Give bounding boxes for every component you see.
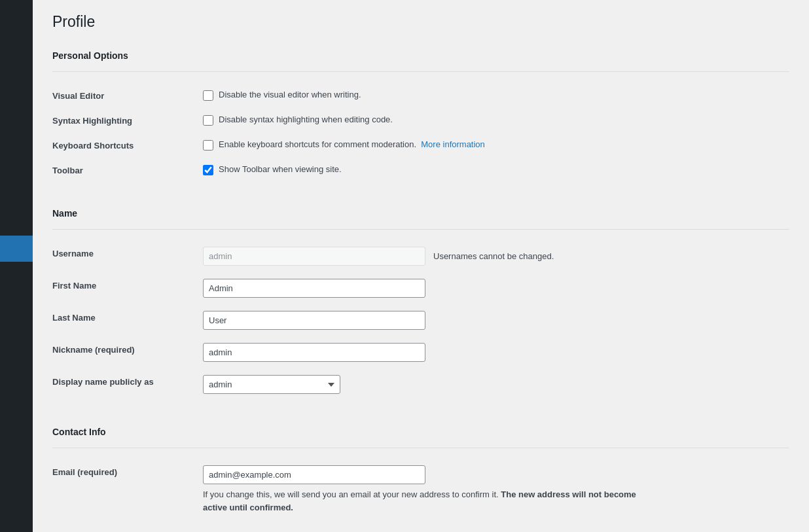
contact-info-table: Email (required) If you change this, we … bbox=[52, 459, 789, 520]
nickname-row: Nickname (required) bbox=[52, 336, 789, 368]
email-note: If you change this, we will send you an … bbox=[203, 488, 661, 514]
syntax-highlighting-checkbox-label[interactable]: Disable syntax highlighting when editing… bbox=[203, 115, 789, 126]
sidebar-accent bbox=[30, 236, 33, 262]
syntax-highlighting-field: Disable syntax highlighting when editing… bbox=[196, 107, 789, 132]
syntax-highlighting-checkbox-text: Disable syntax highlighting when editing… bbox=[219, 115, 393, 124]
personal-options-table: Visual Editor Disable the visual editor … bbox=[52, 82, 789, 182]
email-label: Email (required) bbox=[52, 459, 196, 520]
section-divider-1 bbox=[52, 71, 789, 72]
username-row: Username Usernames cannot be changed. bbox=[52, 240, 789, 272]
last-name-input[interactable] bbox=[203, 311, 425, 330]
app-layout: Profile Personal Options Visual Editor D… bbox=[0, 0, 809, 532]
toolbar-checkbox[interactable] bbox=[203, 165, 213, 175]
page-title: Profile bbox=[52, 13, 789, 31]
toolbar-checkbox-text: Show Toolbar when viewing site. bbox=[219, 164, 342, 174]
visual-editor-row: Visual Editor Disable the visual editor … bbox=[52, 82, 789, 107]
first-name-input[interactable] bbox=[203, 279, 425, 298]
display-name-label: Display name publicly as bbox=[52, 368, 196, 400]
toolbar-label: Toolbar bbox=[52, 157, 196, 182]
keyboard-shortcuts-checkbox-label[interactable]: Enable keyboard shortcuts for comment mo… bbox=[203, 139, 789, 151]
visual-editor-checkbox[interactable] bbox=[203, 90, 213, 101]
email-note-prefix: If you change this, we will send you an … bbox=[203, 489, 499, 499]
display-name-select[interactable]: admin Admin User Admin User bbox=[203, 375, 340, 394]
first-name-field bbox=[196, 272, 789, 304]
keyboard-shortcuts-label: Keyboard Shortcuts bbox=[52, 132, 196, 157]
username-note: Usernames cannot be changed. bbox=[433, 251, 554, 261]
display-name-row: Display name publicly as admin Admin Use… bbox=[52, 368, 789, 400]
username-input-row: Usernames cannot be changed. bbox=[203, 247, 789, 266]
first-name-label: First Name bbox=[52, 272, 196, 304]
sidebar-active-indicator bbox=[0, 236, 33, 262]
toolbar-field: Show Toolbar when viewing site. bbox=[196, 157, 789, 182]
syntax-highlighting-label: Syntax Highlighting bbox=[52, 107, 196, 132]
nickname-input[interactable] bbox=[203, 343, 425, 362]
email-row: Email (required) If you change this, we … bbox=[52, 459, 789, 520]
nickname-field bbox=[196, 336, 789, 368]
toolbar-row: Toolbar Show Toolbar when viewing site. bbox=[52, 157, 789, 182]
syntax-highlighting-row: Syntax Highlighting Disable syntax highl… bbox=[52, 107, 789, 132]
keyboard-shortcuts-checkbox-text: Enable keyboard shortcuts for comment mo… bbox=[219, 139, 485, 149]
last-name-row: Last Name bbox=[52, 304, 789, 336]
keyboard-shortcuts-more-info-link[interactable]: More information bbox=[421, 139, 485, 149]
username-field: Usernames cannot be changed. bbox=[196, 240, 789, 272]
username-input bbox=[203, 247, 425, 266]
name-heading: Name bbox=[52, 202, 789, 219]
email-field: If you change this, we will send you an … bbox=[196, 459, 789, 520]
syntax-highlighting-checkbox[interactable] bbox=[203, 115, 213, 126]
visual-editor-field: Disable the visual editor when writing. bbox=[196, 82, 789, 107]
visual-editor-checkbox-text: Disable the visual editor when writing. bbox=[219, 90, 361, 99]
keyboard-shortcuts-checkbox[interactable] bbox=[203, 140, 213, 151]
main-content: Profile Personal Options Visual Editor D… bbox=[33, 0, 809, 532]
personal-options-heading: Personal Options bbox=[52, 44, 789, 61]
toolbar-checkbox-label[interactable]: Show Toolbar when viewing site. bbox=[203, 164, 789, 175]
section-divider-2 bbox=[52, 229, 789, 230]
username-label: Username bbox=[52, 240, 196, 272]
last-name-field bbox=[196, 304, 789, 336]
keyboard-shortcuts-field: Enable keyboard shortcuts for comment mo… bbox=[196, 132, 789, 157]
name-table: Username Usernames cannot be changed. Fi… bbox=[52, 240, 789, 400]
keyboard-shortcuts-row: Keyboard Shortcuts Enable keyboard short… bbox=[52, 132, 789, 157]
sidebar bbox=[0, 0, 33, 532]
contact-info-heading: Contact Info bbox=[52, 420, 789, 437]
first-name-row: First Name bbox=[52, 272, 789, 304]
display-name-field: admin Admin User Admin User bbox=[196, 368, 789, 400]
visual-editor-checkbox-label[interactable]: Disable the visual editor when writing. bbox=[203, 90, 789, 101]
email-input[interactable] bbox=[203, 465, 425, 484]
nickname-label: Nickname (required) bbox=[52, 336, 196, 368]
last-name-label: Last Name bbox=[52, 304, 196, 336]
visual-editor-label: Visual Editor bbox=[52, 82, 196, 107]
section-divider-3 bbox=[52, 448, 789, 448]
